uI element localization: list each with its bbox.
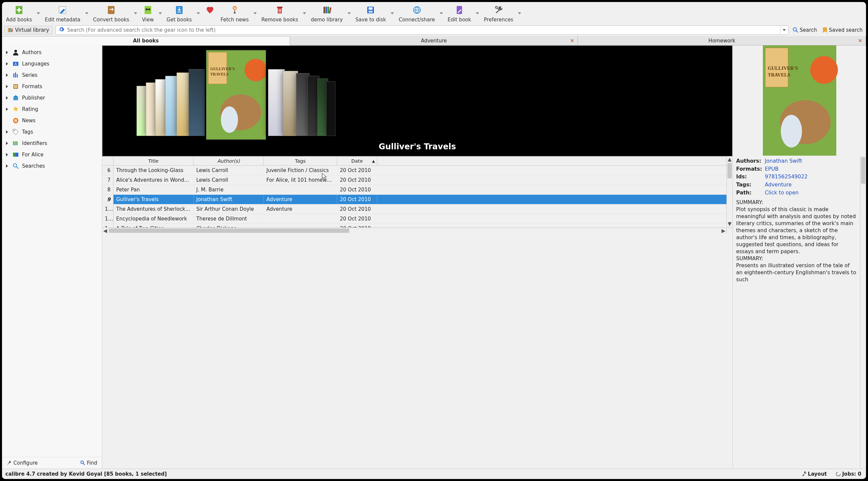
remove-icon	[274, 5, 285, 16]
table-row[interactable]: 10The Adventures of Sherlock H…Sir Arthu…	[102, 204, 733, 214]
sidebar-item-news[interactable]: NNews	[2, 115, 102, 126]
status-bar: calibre 4.7 created by Kovid Goyal [85 b…	[2, 469, 866, 479]
add-icon	[14, 5, 24, 16]
svg-rect-2	[17, 9, 21, 11]
cell-date: 20 Oct 2010	[337, 166, 377, 175]
column-header[interactable]: Date▲	[337, 157, 377, 166]
svg-point-53	[13, 164, 17, 167]
chevron-right-icon	[6, 72, 9, 78]
convert-dropdown[interactable]	[132, 3, 139, 23]
save-button[interactable]: Save to disk	[353, 3, 389, 23]
jobs-button[interactable]: Jobs: 0	[834, 470, 863, 478]
table-row[interactable]: 11Encyclopedia of NeedleworkTherese de D…	[102, 214, 733, 224]
svg-point-63	[221, 107, 238, 133]
table-row[interactable]: 6Through the Looking-GlassLewis CarrollJ…	[102, 166, 733, 175]
get-button[interactable]: Get books	[164, 3, 195, 23]
sidebar-item-series[interactable]: Series	[2, 69, 102, 81]
chevron-right-icon	[6, 50, 9, 56]
editbook-button[interactable]: Edit book	[445, 3, 474, 23]
svg-text:N: N	[234, 7, 236, 10]
get-dropdown[interactable]	[195, 3, 202, 23]
details-vertical-scrollbar[interactable]	[860, 156, 866, 469]
svg-point-55	[81, 461, 84, 463]
virtual-library-button[interactable]: Virtual library	[4, 26, 53, 34]
tab-label: All books	[133, 38, 159, 44]
tab-adv[interactable]: Adventure✕	[290, 36, 578, 45]
svg-point-44	[14, 130, 15, 131]
layout-button[interactable]: Layout	[800, 470, 828, 478]
convert-button[interactable]: Convert books	[90, 3, 132, 23]
fetch-button[interactable]: NFetch news	[218, 3, 251, 23]
table-row[interactable]: 7Alice's Adventures in Wonderl…Lewis Car…	[102, 175, 733, 185]
close-icon[interactable]: ✕	[570, 38, 575, 44]
svg-point-33	[14, 50, 17, 53]
cell-date: 20 Oct 2010	[337, 175, 377, 185]
close-icon[interactable]: ✕	[858, 38, 862, 44]
connect-dropdown[interactable]	[438, 3, 445, 23]
search-button[interactable]: Search	[791, 26, 818, 34]
add-dropdown[interactable]	[35, 3, 42, 23]
search-input[interactable]	[67, 27, 780, 33]
sidebar-item-label: For Alice	[22, 152, 43, 158]
rating-icon	[12, 106, 19, 113]
chevron-right-icon	[6, 106, 9, 112]
cell-author: Jonathan Swift	[194, 195, 264, 204]
list-vertical-scrollbar[interactable]: ▲▼	[726, 156, 733, 227]
sidebar-item-rating[interactable]: Rating	[2, 103, 102, 115]
heart-button[interactable]	[202, 3, 218, 18]
column-header[interactable]: Title	[114, 157, 194, 166]
cell-date: 20 Oct 2010	[337, 195, 377, 204]
view-dropdown[interactable]	[157, 3, 164, 23]
edit-dropdown[interactable]	[83, 3, 90, 23]
tags-value[interactable]: Adventure	[765, 181, 792, 189]
sidebar-item-authors[interactable]: Authors	[2, 47, 102, 58]
table-row[interactable]: 9Gulliver's TravelsJonathan SwiftAdventu…	[102, 195, 733, 204]
library-button[interactable]: demo library	[308, 3, 345, 23]
sidebar-item-foralice[interactable]: For Alice	[2, 149, 102, 160]
view-button[interactable]: View	[139, 3, 157, 23]
path-key: Path:	[736, 189, 762, 197]
find-button[interactable]: Find	[79, 459, 98, 467]
svg-line-32	[796, 31, 798, 32]
svg-rect-5	[145, 6, 151, 14]
table-row[interactable]: 8Peter PanJ. M. Barrie20 Oct 2010	[102, 185, 733, 195]
column-header[interactable]	[102, 157, 114, 166]
configure-button[interactable]: Configure	[5, 459, 39, 467]
search-icon	[793, 27, 799, 33]
saved-search-button[interactable]: Saved search	[821, 26, 864, 34]
library-dropdown[interactable]	[345, 3, 353, 23]
save-dropdown[interactable]	[389, 3, 396, 23]
sidebar-item-tags[interactable]: Tags	[2, 126, 102, 138]
prefs-button[interactable]: Preferences	[481, 3, 516, 23]
sidebar-item-formats[interactable]: Formats	[2, 81, 102, 92]
sidebar-item-publisher[interactable]: Publisher	[2, 92, 102, 103]
ids-value[interactable]: 9781562549022	[765, 173, 808, 181]
column-header[interactable]: Author(s)	[194, 157, 264, 166]
editbook-dropdown[interactable]	[474, 3, 481, 23]
list-horizontal-scrollbar[interactable]: ◀▶	[102, 228, 726, 234]
add-button[interactable]: Add books	[3, 3, 35, 23]
sidebar-item-searches[interactable]: Searches	[2, 160, 102, 172]
formats-value[interactable]: EPUB	[765, 166, 778, 173]
editbook-icon	[454, 5, 465, 16]
sidebar-item-languages[interactable]: ALanguages	[2, 58, 102, 69]
sidebar-item-identifiers[interactable]: Identifiers	[2, 138, 102, 149]
svg-rect-19	[329, 7, 331, 13]
svg-rect-30	[12, 29, 13, 32]
prefs-dropdown[interactable]	[516, 3, 523, 23]
cover-browser[interactable]: GULLIVER'S TRAVELS Gulliver's Travels	[102, 46, 733, 156]
authors-value[interactable]: Jonathan Swift	[765, 158, 802, 165]
tab-all[interactable]: All books	[2, 36, 290, 46]
remove-button[interactable]: Remove books	[259, 3, 301, 23]
details-cover[interactable]: GULLIVER'S TRAVELS	[761, 46, 838, 156]
search-history-dropdown[interactable]	[780, 26, 788, 34]
connect-button[interactable]: Connect/share	[396, 3, 438, 23]
remove-dropdown[interactable]	[301, 3, 308, 23]
edit-button[interactable]: Edit metadata	[42, 3, 83, 23]
column-header-label: Tags	[295, 158, 306, 164]
path-value[interactable]: Click to open	[765, 189, 799, 197]
fetch-dropdown[interactable]	[251, 3, 259, 23]
tab-hw[interactable]: Homework✕	[578, 36, 866, 45]
gear-icon[interactable]	[56, 26, 67, 34]
column-header[interactable]: Tags	[264, 157, 337, 166]
